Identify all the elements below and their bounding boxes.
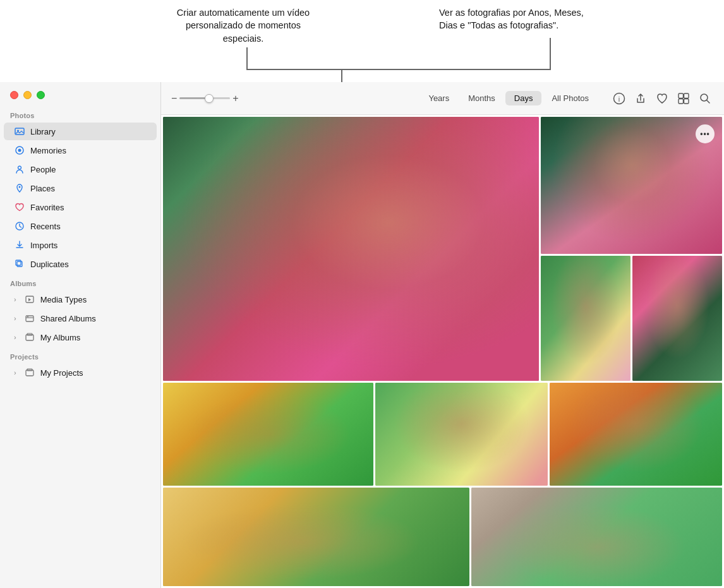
- sidebar-item-label-places: Places: [30, 184, 55, 193]
- my-albums-icon: [24, 332, 35, 343]
- svg-text:i: i: [618, 95, 620, 103]
- bottom-right-row: [541, 256, 722, 380]
- maximize-button[interactable]: [37, 91, 45, 99]
- duplicates-icon: [14, 258, 25, 270]
- mid-left-bg: [163, 383, 373, 486]
- minimize-button[interactable]: [23, 91, 32, 99]
- sidebar-item-label-memories: Memories: [30, 146, 66, 155]
- people-icon: [14, 164, 25, 175]
- zoom-slider[interactable]: [179, 97, 230, 99]
- tab-days[interactable]: Days: [505, 91, 542, 105]
- tooltip-right-text: Ver as fotografias por Anos, Meses, Dias…: [439, 8, 584, 30]
- top-row: Jul 22 Lloyd Harbor •••: [163, 117, 722, 381]
- sidebar-item-places[interactable]: Places: [4, 179, 157, 197]
- sidebar-item-favorites[interactable]: Favorites: [4, 198, 157, 216]
- favorites-icon: [14, 201, 25, 213]
- sidebar-item-label-recents: Recents: [30, 222, 61, 231]
- svg-rect-20: [679, 99, 684, 104]
- sidebar-item-imports[interactable]: Imports: [4, 236, 157, 254]
- more-button[interactable]: •••: [696, 124, 715, 143]
- right-column: •••: [541, 117, 722, 381]
- sidebar-item-my-albums[interactable]: › My Albums: [4, 328, 157, 346]
- connector-horiz-span: [246, 69, 550, 70]
- recents-icon: [14, 220, 25, 232]
- tab-years[interactable]: Years: [419, 91, 458, 105]
- svg-point-22: [701, 94, 708, 101]
- bottom-row: [163, 488, 722, 586]
- main-content: − + Years Months Days All Photos i: [161, 82, 724, 588]
- middle-row: [163, 383, 722, 486]
- sidebar-section-photos: Photos: [0, 105, 160, 122]
- tab-all-photos[interactable]: All Photos: [543, 91, 598, 105]
- middle-center-photo[interactable]: [375, 383, 548, 486]
- svg-rect-7: [17, 261, 22, 267]
- sidebar-item-label-library: Library: [30, 127, 56, 136]
- top-right-photo-bg: [541, 117, 722, 254]
- sidebar-item-recents[interactable]: Recents: [4, 217, 157, 235]
- sidebar-section-albums: Albums: [0, 273, 160, 290]
- bottom-right-left-photo[interactable]: [541, 256, 630, 380]
- br-right-bg: [632, 256, 722, 380]
- imports-icon: [14, 239, 25, 251]
- photo-bg: [163, 117, 539, 381]
- toolbar-actions: i: [610, 90, 714, 107]
- expand-icon-shared-albums: ›: [14, 315, 16, 322]
- svg-rect-0: [15, 128, 24, 135]
- main-photo[interactable]: Jul 22 Lloyd Harbor: [163, 117, 539, 381]
- sidebar-item-my-projects[interactable]: › My Projects: [4, 364, 157, 381]
- bottom-right-right-photo[interactable]: [632, 256, 722, 380]
- sidebar-item-duplicates[interactable]: Duplicates: [4, 255, 157, 273]
- favorite-button[interactable]: [653, 90, 671, 107]
- zoom-plus-button[interactable]: +: [232, 93, 238, 104]
- sidebar-section-projects: Projects: [0, 347, 160, 363]
- media-types-icon: [24, 294, 35, 305]
- sidebar-item-label-shared-albums: Shared Albums: [40, 314, 96, 323]
- info-button[interactable]: i: [610, 90, 628, 107]
- sidebar-item-label-duplicates: Duplicates: [30, 260, 69, 269]
- sidebar-item-library[interactable]: Library: [4, 123, 157, 140]
- view-tabs: Years Months Days All Photos: [419, 91, 598, 105]
- sidebar-item-media-types[interactable]: › Media Types: [4, 291, 157, 308]
- sidebar-item-label-people: People: [30, 165, 56, 174]
- close-button[interactable]: [10, 91, 18, 99]
- share-button[interactable]: [632, 90, 649, 107]
- sidebar-item-memories[interactable]: Memories: [4, 141, 157, 159]
- sidebar-item-label-imports: Imports: [30, 241, 57, 250]
- zoom-minus-button[interactable]: −: [171, 93, 177, 104]
- connector-down-mid: [341, 69, 342, 82]
- svg-point-3: [18, 149, 21, 152]
- tooltip-left: Criar automaticamente um vídeo personali…: [167, 6, 319, 45]
- middle-left-photo[interactable]: [163, 383, 373, 486]
- middle-right-photo[interactable]: [550, 383, 722, 486]
- bot-left-bg: [163, 488, 469, 586]
- svg-rect-19: [684, 93, 689, 99]
- mid-right-bg: [550, 383, 722, 486]
- sidebar-item-people[interactable]: People: [4, 160, 157, 178]
- svg-rect-8: [16, 260, 21, 265]
- mosaic-container: Jul 22 Lloyd Harbor •••: [161, 115, 724, 588]
- add-button[interactable]: [675, 90, 692, 107]
- tooltip-area: Criar automaticamente um vídeo personali…: [0, 0, 724, 82]
- svg-point-5: [19, 186, 21, 188]
- sidebar-item-label-my-albums: My Albums: [40, 333, 81, 342]
- top-right-photo[interactable]: •••: [541, 117, 722, 254]
- search-button[interactable]: [696, 90, 714, 107]
- tooltip-right: Ver as fotografias por Anos, Meses, Dias…: [439, 6, 603, 32]
- bottom-left-photo[interactable]: [163, 488, 469, 586]
- sidebar: Photos Library Memories: [0, 82, 161, 588]
- memories-icon: [14, 145, 25, 156]
- bottom-right-photo[interactable]: [471, 488, 722, 586]
- expand-icon-media-types: ›: [14, 296, 16, 303]
- sidebar-item-shared-albums[interactable]: › Shared Albums: [4, 309, 157, 327]
- svg-rect-10: [26, 316, 33, 321]
- tooltip-left-text: Criar automaticamente um vídeo personali…: [177, 8, 310, 44]
- toolbar: − + Years Months Days All Photos i: [161, 82, 724, 115]
- app-window: Photos Library Memories: [0, 82, 724, 588]
- my-projects-icon: [24, 367, 35, 378]
- svg-rect-21: [684, 99, 689, 104]
- br-left-bg: [541, 256, 630, 380]
- expand-icon-my-projects: ›: [14, 369, 16, 376]
- tab-months[interactable]: Months: [459, 91, 504, 105]
- sidebar-item-label-my-projects: My Projects: [40, 368, 83, 378]
- sidebar-item-label-media-types: Media Types: [40, 295, 87, 304]
